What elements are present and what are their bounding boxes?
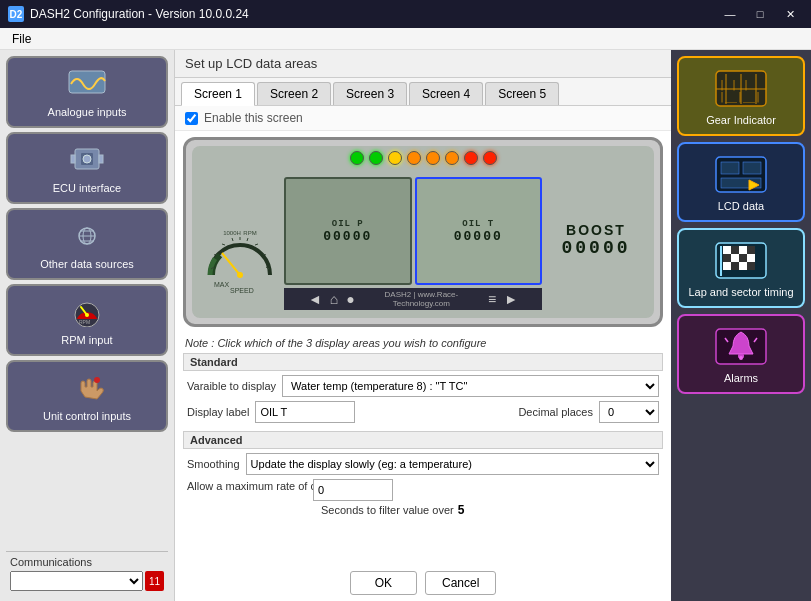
- nav-dot-btn[interactable]: ●: [342, 291, 358, 307]
- indicator-lights: [192, 146, 654, 168]
- sidebar-item-rpm-input[interactable]: RPM RPM input: [6, 284, 168, 356]
- gauge-icon: RPM: [63, 294, 111, 330]
- svg-line-18: [232, 238, 233, 241]
- setup-title: Set up LCD data areas: [185, 56, 317, 71]
- sidebar-item-analogue-inputs[interactable]: Analogue inputs: [6, 56, 168, 128]
- light-8: [483, 151, 497, 165]
- titlebar: D2 DASH2 Configuration - Version 10.0.0.…: [0, 0, 811, 28]
- right-btn-gear-indicator[interactable]: | | | |__|__| Gear Indicator: [677, 56, 805, 136]
- display-label-input[interactable]: [255, 401, 355, 423]
- svg-rect-3: [99, 155, 103, 163]
- svg-text:|__|__|: |__|__|: [719, 91, 761, 103]
- sidebar-item-unit-control-inputs[interactable]: Unit control inputs: [6, 360, 168, 432]
- display-label-label: Display label: [187, 406, 249, 418]
- sidebar-item-other-data-sources[interactable]: Other data sources: [6, 208, 168, 280]
- minimize-button[interactable]: —: [717, 4, 743, 24]
- bell-icon: [711, 324, 771, 369]
- svg-rect-0: [69, 71, 105, 93]
- dash-nav: ◄ ⌂ ● DASH2 | www.Race-Technology.com ≡ …: [284, 288, 542, 310]
- tab-screen1[interactable]: Screen 1: [181, 82, 255, 106]
- gear-indicator-label: Gear Indicator: [706, 114, 776, 126]
- standard-title: Standard: [183, 353, 663, 371]
- seconds-label: Seconds to filter value over: [321, 503, 454, 517]
- svg-rect-2: [71, 155, 75, 163]
- svg-rect-54: [747, 262, 755, 270]
- svg-rect-43: [723, 246, 731, 254]
- oil-t-value: 00000: [454, 229, 503, 244]
- nav-right-btn[interactable]: ►: [500, 291, 522, 307]
- left-sidebar: Analogue inputs ECU interface: [0, 50, 175, 601]
- svg-rect-52: [731, 262, 739, 270]
- svg-point-58: [739, 356, 743, 360]
- svg-rect-48: [731, 254, 739, 262]
- rpm-input-label: RPM input: [61, 334, 112, 346]
- seconds-row: Seconds to filter value over 5: [321, 503, 659, 517]
- right-btn-lap-timing[interactable]: Lap and sector timing: [677, 228, 805, 308]
- smoothing-select[interactable]: Update the display slowly (eg: a tempera…: [246, 453, 659, 475]
- screen-tabs: Screen 1 Screen 2 Screen 3 Screen 4 Scre…: [175, 78, 671, 106]
- enable-screen-checkbox[interactable]: [185, 112, 198, 125]
- svg-text:RPM: RPM: [79, 319, 90, 325]
- tab-screen4[interactable]: Screen 4: [409, 82, 483, 105]
- comm-row: 11: [10, 571, 164, 591]
- nav-left-btn[interactable]: ◄: [304, 291, 326, 307]
- comm-select[interactable]: [10, 571, 143, 591]
- window-controls: — □ ✕: [717, 4, 803, 24]
- tab-screen2[interactable]: Screen 2: [257, 82, 331, 105]
- note-text: Note : Click which of the 3 display area…: [175, 333, 671, 353]
- setup-header: Set up LCD data areas: [175, 50, 671, 78]
- menubar: File: [0, 28, 811, 50]
- svg-rect-47: [723, 254, 731, 262]
- dash-logo: DASH2 | www.Race-Technology.com: [359, 290, 484, 308]
- light-6: [445, 151, 459, 165]
- svg-line-17: [222, 244, 225, 245]
- sidebar-item-ecu-interface[interactable]: ECU interface: [6, 132, 168, 204]
- roc-input[interactable]: [313, 479, 393, 501]
- svg-rect-53: [739, 262, 747, 270]
- file-menu[interactable]: File: [4, 30, 39, 48]
- lcd-box-oil-t[interactable]: OIL T 00000: [415, 177, 543, 285]
- svg-rect-49: [739, 254, 747, 262]
- svg-point-27: [237, 272, 243, 278]
- svg-rect-38: [721, 162, 739, 174]
- close-button[interactable]: ✕: [777, 4, 803, 24]
- roc-right: Seconds to filter value over 5: [313, 479, 659, 517]
- ok-button[interactable]: OK: [350, 571, 417, 595]
- lcd-box-oil-p[interactable]: OIL P 00000: [284, 177, 412, 285]
- unit-control-inputs-label: Unit control inputs: [43, 410, 131, 422]
- light-2: [369, 151, 383, 165]
- advanced-title: Advanced: [183, 431, 663, 449]
- right-btn-lcd-data[interactable]: LCD data: [677, 142, 805, 222]
- standard-section: Standard Varaible to display Water temp …: [183, 353, 663, 427]
- oil-t-label: OIL T: [462, 219, 494, 229]
- smoothing-label: Smoothing: [187, 458, 240, 470]
- app-icon: D2: [8, 6, 24, 22]
- variable-select[interactable]: Water temp (temperature 8) : "T TC": [282, 375, 659, 397]
- oil-p-value: 00000: [323, 229, 372, 244]
- svg-rect-50: [747, 254, 755, 262]
- boost-area[interactable]: BOOST 00000: [546, 170, 646, 310]
- tab-screen3[interactable]: Screen 3: [333, 82, 407, 105]
- svg-rect-46: [747, 246, 755, 254]
- seconds-value: 5: [458, 503, 465, 517]
- lcd-center: OIL P 00000 OIL T 00000 ◄ ⌂: [284, 170, 542, 310]
- nav-menu-btn[interactable]: ≡: [484, 291, 500, 307]
- smoothing-row: Smoothing Update the display slowly (eg:…: [175, 453, 671, 475]
- communications-label: Communications: [10, 556, 164, 568]
- light-1: [350, 151, 364, 165]
- right-btn-alarms[interactable]: Alarms: [677, 314, 805, 394]
- dash-display[interactable]: 1000H RPM MAX SPEED: [183, 137, 663, 327]
- svg-rect-39: [743, 162, 761, 174]
- lcd-data-label: LCD data: [718, 200, 764, 212]
- cancel-button[interactable]: Cancel: [425, 571, 496, 595]
- flag-icon: [711, 238, 771, 283]
- light-5: [426, 151, 440, 165]
- light-4: [407, 151, 421, 165]
- alarms-label: Alarms: [724, 372, 758, 384]
- nav-home-btn[interactable]: ⌂: [326, 291, 342, 307]
- decimal-places-select[interactable]: 012: [599, 401, 659, 423]
- svg-line-21: [255, 244, 258, 245]
- maximize-button[interactable]: □: [747, 4, 773, 24]
- svg-text:1000H: 1000H: [223, 230, 241, 236]
- tab-screen5[interactable]: Screen 5: [485, 82, 559, 105]
